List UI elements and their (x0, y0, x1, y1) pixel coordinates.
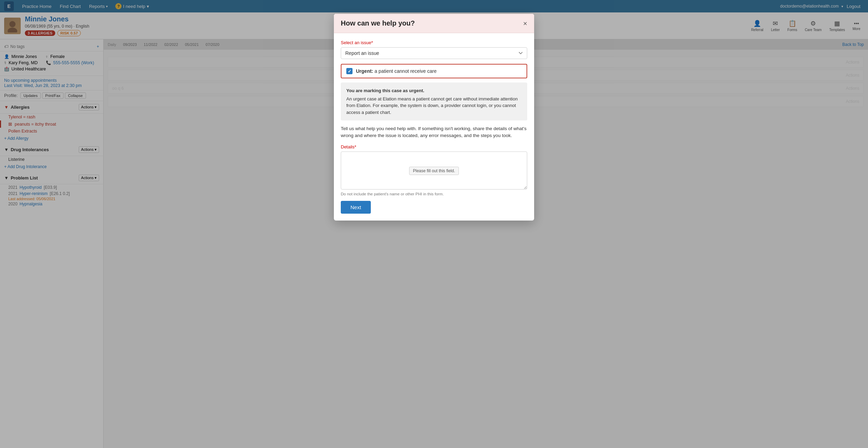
modal-close-button[interactable]: × (523, 20, 527, 27)
urgent-info-title: You are marking this case as urgent. (346, 87, 522, 94)
urgent-checkbox[interactable]: ✓ (346, 68, 353, 74)
details-textarea-wrapper: Please fill out this field. (341, 152, 527, 191)
urgent-info-body: An urgent case at Elation means a patien… (346, 96, 518, 115)
issue-select[interactable]: Report an issue Ask a question Request a… (341, 47, 527, 59)
modal-title: How can we help you? (341, 19, 415, 27)
help-modal: How can we help you? × Select an issue* … (334, 14, 534, 221)
modal-body: Select an issue* Report an issue Ask a q… (334, 33, 534, 221)
modal-header: How can we help you? × (334, 14, 534, 33)
select-issue-label: Select an issue* (341, 40, 527, 45)
checkmark-icon: ✓ (348, 69, 351, 74)
urgent-info-box: You are marking this case as urgent. An … (341, 82, 527, 120)
help-text: Tell us what help you need help with. If… (341, 125, 527, 139)
details-textarea[interactable] (341, 152, 527, 189)
next-button[interactable]: Next (341, 201, 371, 214)
phi-note: Do not include the patient's name or oth… (341, 192, 527, 196)
modal-overlay[interactable]: How can we help you? × Select an issue* … (0, 0, 868, 448)
details-label: Details* (341, 144, 527, 149)
urgent-checkbox-row[interactable]: ✓ Urgent: a patient cannot receive care (341, 64, 527, 78)
urgent-label: Urgent: a patient cannot receive care (356, 68, 436, 74)
